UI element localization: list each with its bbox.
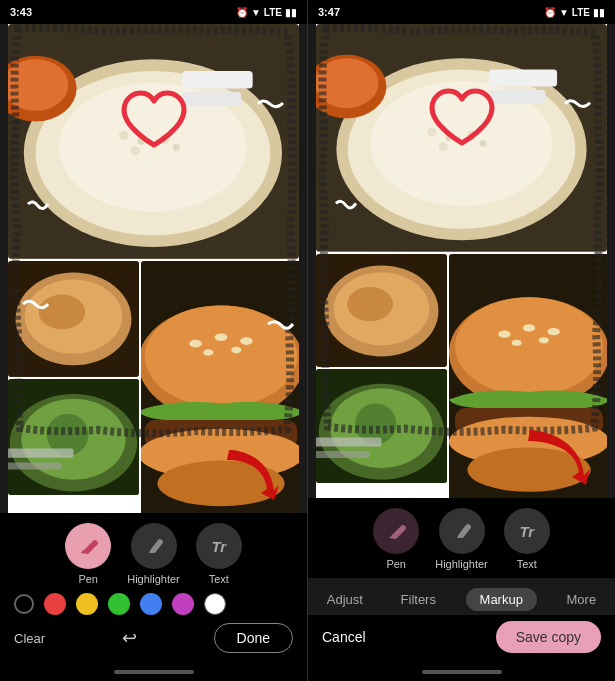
clear-button-left[interactable]: Clear [14,631,45,646]
top-photo-left [8,24,299,259]
top-photo-right [316,24,607,252]
color-palette-left [0,593,307,615]
highlighter-label-right: Highlighter [435,558,488,570]
svg-rect-46 [489,90,546,104]
bottom-photos-right [316,254,607,498]
food-collage-left [8,24,299,513]
curry-photo-left [8,379,139,495]
svg-point-38 [427,128,436,137]
svg-point-28 [240,337,253,345]
pen-icon-right [373,508,419,554]
text-tool-left[interactable]: Tr Text [196,523,242,585]
left-time: 3:43 [10,6,32,18]
color-yellow-left[interactable] [76,593,98,615]
svg-point-60 [498,330,510,337]
svg-point-26 [189,340,202,348]
svg-point-63 [512,339,522,345]
right-home-indicator [308,663,615,681]
svg-point-33 [157,460,284,506]
color-blue-left[interactable] [140,593,162,615]
left-image-area [8,24,299,513]
color-red-left[interactable] [44,593,66,615]
done-button-left[interactable]: Done [214,623,293,653]
undo-button-left[interactable]: ↩ [122,627,137,649]
color-purple-left[interactable] [172,593,194,615]
highlighter-tool-left[interactable]: Highlighter [127,523,180,585]
right-panel: 3:47 ⏰ ▼ LTE ▮▮ [307,0,615,681]
svg-point-4 [119,131,128,140]
color-white-left[interactable] [204,593,226,615]
roti-photo-left [8,261,139,377]
color-green-left[interactable] [108,593,130,615]
pen-icon-left [65,523,111,569]
tab-more[interactable]: More [559,588,605,611]
color-transparent-left[interactable] [14,594,34,614]
highlighter-label-left: Highlighter [127,573,180,585]
text-icon-left: Tr [196,523,242,569]
right-toolbar: Pen Highlighter Tr Text [308,498,615,578]
right-status-bar: 3:47 ⏰ ▼ LTE ▮▮ [308,0,615,24]
svg-rect-12 [182,92,241,106]
svg-point-61 [523,324,535,331]
left-tool-row: Pen Highlighter Tr Text [0,523,307,585]
svg-point-62 [547,327,559,334]
pen-tool-left[interactable]: Pen [65,523,111,585]
svg-point-30 [231,347,241,353]
pen-tool-right[interactable]: Pen [373,508,419,570]
svg-point-64 [539,337,549,343]
svg-point-29 [203,349,213,355]
svg-point-44 [316,58,378,108]
svg-rect-11 [182,71,252,89]
right-time: 3:47 [318,6,340,18]
left-status-icons: ⏰ ▼ LTE ▮▮ [236,7,297,18]
left-action-row: Clear ↩ Done [0,623,307,657]
svg-point-27 [215,333,228,341]
svg-point-5 [138,138,145,145]
svg-rect-22 [8,462,62,469]
left-home-bar [114,670,194,674]
svg-point-25 [145,305,298,407]
tab-adjust[interactable]: Adjust [319,588,371,611]
svg-point-8 [131,146,140,155]
svg-point-41 [480,140,487,147]
left-toolbar: Pen Highlighter Tr Text [0,513,307,663]
highlighter-tool-right[interactable]: Highlighter [435,508,488,570]
svg-rect-45 [489,70,557,87]
left-status-bar: 3:43 ⏰ ▼ LTE ▮▮ [0,0,307,24]
svg-point-6 [160,134,169,143]
right-image-area [316,24,607,498]
curry-photo-right [316,369,447,483]
svg-point-40 [467,131,476,140]
roti-photo-right [316,254,447,368]
right-status-icons: ⏰ ▼ LTE ▮▮ [544,7,605,18]
svg-point-67 [467,447,590,491]
highlighter-icon-right [439,508,485,554]
highlighter-icon-left [131,523,177,569]
burger-photo-left [141,261,299,513]
svg-point-16 [39,294,85,329]
text-label-right: Text [517,558,537,570]
svg-point-50 [347,287,393,321]
svg-point-39 [446,134,453,141]
burger-photo-right [449,254,607,498]
save-copy-button[interactable]: Save copy [496,621,601,653]
svg-point-7 [173,144,180,151]
svg-rect-21 [8,448,73,457]
tab-markup[interactable]: Markup [466,588,537,611]
right-tool-row: Pen Highlighter Tr Text [308,508,615,570]
left-panel: 3:43 ⏰ ▼ LTE ▮▮ [0,0,307,681]
svg-point-42 [439,142,448,151]
svg-point-59 [455,297,603,396]
text-tool-right[interactable]: Tr Text [504,508,550,570]
svg-rect-56 [316,452,370,459]
right-home-bar [422,670,502,674]
right-bottom-action-bar: Cancel Save copy [308,615,615,663]
pen-label-left: Pen [78,573,98,585]
text-label-left: Text [209,573,229,585]
text-icon-right: Tr [504,508,550,554]
left-home-indicator [0,663,307,681]
tab-filters[interactable]: Filters [393,588,444,611]
svg-rect-55 [316,438,381,447]
cancel-button-right[interactable]: Cancel [322,629,366,645]
food-collage-right [316,24,607,498]
